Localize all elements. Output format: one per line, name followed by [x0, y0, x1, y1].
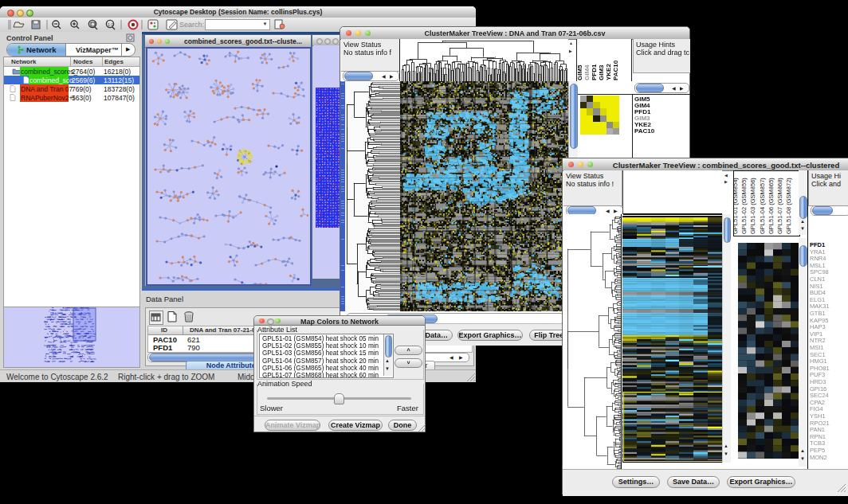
- svg-text:1:1: 1:1: [108, 22, 113, 27]
